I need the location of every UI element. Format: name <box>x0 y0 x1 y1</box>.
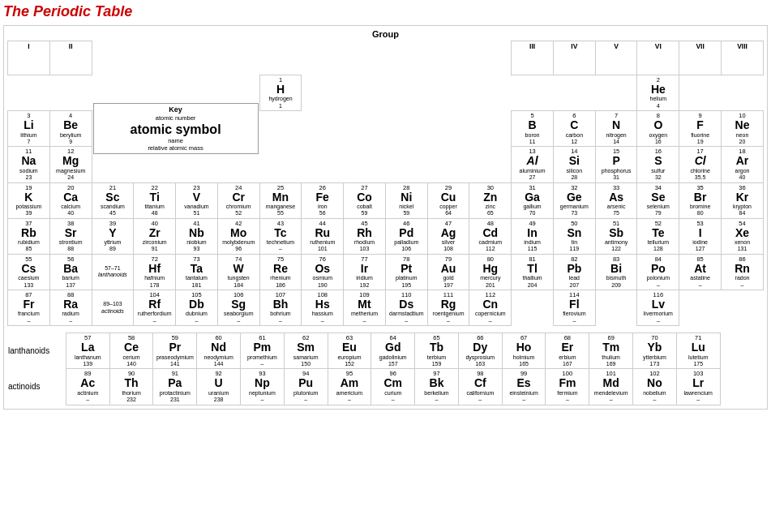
element-Ni: 28 Ni nickel 59 <box>385 182 427 218</box>
key-title: Key <box>97 105 255 114</box>
lanthanoid-actinoid-table: lanthanoids 57 La lanthanum 139 58 Ce ce… <box>7 332 764 405</box>
periodic-table-container: Group I II <box>3 25 768 410</box>
element-Ti: 22 Ti titanium 48 <box>134 182 176 218</box>
key-name-label: name <box>97 137 255 144</box>
col-header-2: II <box>49 41 92 75</box>
element-Db: 105 Db dubnium – <box>176 290 218 326</box>
col-header-6 <box>217 41 259 75</box>
element-Mt: 109 Mt metherium – <box>344 290 386 326</box>
col-header-14: IV <box>553 41 595 75</box>
empty-p7-117 <box>679 290 722 326</box>
element-V: 23 V vanadium 51 <box>176 182 218 218</box>
element-Tl: 81 Tl thallium 204 <box>512 254 554 290</box>
empty-p2-8 <box>302 111 344 147</box>
element-La: 57 La lanthanum 139 <box>66 333 109 369</box>
element-Zn: 30 Zn zinc 65 <box>469 182 512 218</box>
key-symbol: atomic symbol <box>97 122 255 137</box>
element-O: 8 O oxygen 16 <box>637 111 679 147</box>
element-Pm: 61 Pm promethium – <box>241 333 285 369</box>
element-Se: 34 Se selenium 79 <box>637 182 679 218</box>
element-Lu: 71 Lu lutetium 175 <box>676 333 720 369</box>
element-Ag: 47 Ag silver 108 <box>427 218 469 254</box>
element-Ar: 18 Ar argon 40 <box>722 147 764 182</box>
element-Fr: 87 Fr francium – <box>8 290 50 326</box>
element-Xe: 54 Xe xenon 131 <box>722 218 764 254</box>
element-At: 85 At astatine – <box>679 254 722 290</box>
key-area: Key atomic number atomic symbol name rel… <box>92 75 259 183</box>
element-Zr: 40 Zr zirconium 91 <box>134 218 176 254</box>
empty-p3-8 <box>302 147 344 182</box>
actinoid-label: actinoids <box>7 369 66 405</box>
lanthanoids-placeholder: 57–71 lanthanoids <box>92 254 134 290</box>
periodic-table: I II III IV V VI VII VIII <box>7 41 764 326</box>
element-Sn: 50 Sn tin 119 <box>553 218 595 254</box>
empty-p1-h-he-gap <box>302 75 637 111</box>
col-header-13: III <box>512 41 554 75</box>
col-header-17: VII <box>679 41 722 75</box>
element-Na: 11 Na sodium 23 <box>8 147 50 182</box>
element-Nd: 60 Nd neodymium 144 <box>197 333 241 369</box>
element-Sb: 51 Sb antimony 122 <box>595 218 637 254</box>
element-Bi: 83 Bi bismuth 209 <box>595 254 637 290</box>
element-Md: 101 Md mendelevium – <box>589 369 633 405</box>
element-Fl: 114 Fl flerovium – <box>553 290 595 326</box>
element-Lr: 103 Lr lawrencium – <box>676 369 720 405</box>
element-Tm: 69 Tm thulium 169 <box>589 333 633 369</box>
group-header: Group <box>7 29 764 39</box>
element-Mo: 42 Mo molybdenum 96 <box>217 218 259 254</box>
element-Pd: 46 Pd palladium 106 <box>385 218 427 254</box>
empty-p2-12 <box>469 111 512 147</box>
element-Cs: 55 Cs caesium 133 <box>8 254 50 290</box>
col-header-7 <box>259 41 302 75</box>
col-header-9 <box>344 41 386 75</box>
element-Rh: 45 Rh rhodium 103 <box>344 218 386 254</box>
element-Ra: 88 Ra radium – <box>49 290 92 326</box>
element-Rf: 104 Rf rutherfordium – <box>134 290 176 326</box>
element-Ac: 89 Ac actinium – <box>66 369 109 405</box>
element-Sr: 38 Sr strontium 88 <box>49 218 92 254</box>
element-Yb: 70 Yb ytterbium 173 <box>633 333 677 369</box>
element-Mg: 12 Mg magnesium 24 <box>49 147 92 182</box>
element-No: 102 No nobelium – <box>633 369 677 405</box>
empty-p7-118 <box>722 290 764 326</box>
element-Fm: 100 Fm fermium – <box>546 369 589 405</box>
element-Dy: 66 Dy dysprosium 163 <box>458 333 502 369</box>
element-Hg: 80 Hg mercury 201 <box>469 254 512 290</box>
element-W: 74 W tungsten 184 <box>217 254 259 290</box>
empty-p7-115 <box>595 290 637 326</box>
element-Co: 27 Co cobalt 59 <box>344 182 386 218</box>
element-Tc: 43 Tc technetium – <box>259 218 302 254</box>
col-header-5 <box>176 41 218 75</box>
element-Br: 35 Br bromine 80 <box>679 182 722 218</box>
element-Po: 84 Po polonium – <box>637 254 679 290</box>
element-Ta: 73 Ta tantalum 181 <box>176 254 218 290</box>
empty-p3-10 <box>385 147 427 182</box>
element-Np: 93 Np neptunium – <box>241 369 285 405</box>
col-header-10 <box>385 41 427 75</box>
element-Cf: 98 Cf californium – <box>458 369 502 405</box>
element-Kr: 36 Kr krypton 84 <box>722 182 764 218</box>
element-U: 92 U uranium 238 <box>197 369 241 405</box>
key-mass-label: relative atomic mass <box>97 144 255 152</box>
element-Eu: 63 Eu europium 152 <box>328 333 371 369</box>
element-Ne: 10 Ne neon 20 <box>722 111 764 147</box>
col-header-3 <box>92 41 134 75</box>
element-Sg: 106 Sg seaborgium – <box>217 290 259 326</box>
element-Pa: 91 Pa protactinium 231 <box>153 369 197 405</box>
element-H: 1 H hydrogen 1 <box>259 75 302 111</box>
element-Re: 75 Re rhenium 186 <box>259 254 302 290</box>
element-B: 5 B boron 11 <box>512 111 554 147</box>
empty-p1-2 <box>49 75 92 111</box>
empty-p2-9 <box>344 111 386 147</box>
element-Sc: 21 Sc scandium 45 <box>92 182 134 218</box>
element-In: 49 In indium 115 <box>512 218 554 254</box>
element-Mn: 25 Mn manganese 55 <box>259 182 302 218</box>
col-header-1: I <box>8 41 50 75</box>
element-Pu: 94 Pu plutonium – <box>284 369 328 405</box>
element-Bk: 97 Bk berkelium – <box>415 369 459 405</box>
col-header-8 <box>302 41 344 75</box>
element-Gd: 64 Gd gadolinium 157 <box>371 333 415 369</box>
element-Rb: 37 Rb rubidium 85 <box>8 218 50 254</box>
element-Ds: 110 Ds darmstadtium – <box>385 290 427 326</box>
element-Cn: 112 Cn copernicium – <box>469 290 512 326</box>
